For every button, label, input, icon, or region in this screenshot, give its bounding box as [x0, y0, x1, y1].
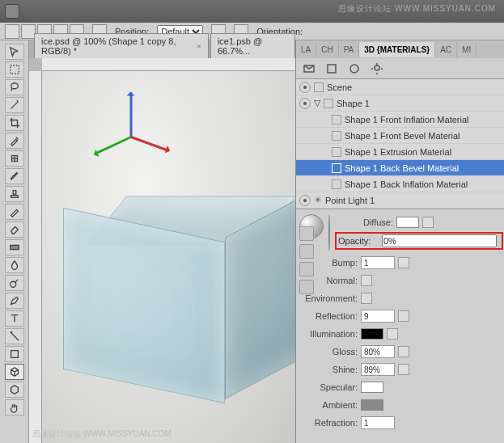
- wand-tool[interactable]: [5, 97, 24, 113]
- ambient-swatch[interactable]: [361, 399, 383, 411]
- 3d-camera-tool[interactable]: [5, 382, 24, 398]
- ice-cube-object[interactable]: [74, 176, 295, 419]
- brush-tool[interactable]: [5, 168, 24, 184]
- move-tool[interactable]: [5, 44, 24, 60]
- texture-menu-icon[interactable]: [361, 293, 372, 304]
- tree-label: Shape 1: [337, 99, 370, 108]
- refraction-input[interactable]: [361, 416, 395, 429]
- filter-scene-icon[interactable]: [301, 61, 317, 76]
- collapsed-panel-icon[interactable]: [299, 280, 314, 294]
- panels-dock: LA CH PA 3D {MATERIALS} AC MI Scene ▽Sha…: [295, 40, 504, 443]
- eraser-tool[interactable]: [5, 222, 24, 238]
- axis-y-icon[interactable]: [94, 136, 132, 155]
- material-icon: [332, 131, 341, 141]
- shine-input[interactable]: [361, 363, 395, 376]
- texture-menu-icon[interactable]: [422, 217, 434, 228]
- prop-label: Refraction:: [299, 418, 358, 428]
- reflection-input[interactable]: [361, 310, 395, 323]
- hand-tool[interactable]: [5, 399, 24, 416]
- opacity-input[interactable]: [382, 234, 497, 247]
- tree-row-material[interactable]: Shape 1 Back Inflation Material: [296, 176, 504, 192]
- panel-tab[interactable]: AC: [435, 42, 457, 57]
- tree-label: Shape 1 Front Inflation Material: [345, 115, 468, 124]
- filter-lights-icon[interactable]: [369, 61, 385, 76]
- material-icon: [332, 179, 341, 189]
- 3d-object-tool[interactable]: [5, 364, 24, 380]
- document-tab[interactable]: ice1.psb @ 66.7%...: [210, 33, 295, 58]
- tree-row-material[interactable]: Shape 1 Front Bevel Material: [296, 128, 504, 144]
- shape-tool[interactable]: [5, 346, 24, 362]
- tab-label: ice.psd @ 100% (Shape 1 copy 8, RGB/8) *: [41, 36, 193, 56]
- panel-tabstrip: LA CH PA 3D {MATERIALS} AC MI: [296, 40, 504, 58]
- svg-rect-5: [11, 351, 18, 358]
- document-tab[interactable]: ice.psd @ 100% (Shape 1 copy 8, RGB/8) *…: [34, 33, 209, 58]
- tree-row-material-selected[interactable]: Shape 1 Back Bevel Material: [296, 160, 504, 176]
- texture-menu-icon[interactable]: [398, 364, 409, 375]
- pen-tool[interactable]: [5, 293, 24, 309]
- scene-icon: [314, 82, 324, 92]
- eyedropper-tool[interactable]: [5, 133, 24, 149]
- panel-tab[interactable]: CH: [316, 42, 338, 57]
- eye-icon[interactable]: [299, 195, 311, 206]
- tree-label: Shape 1 Front Bevel Material: [345, 131, 460, 141]
- svg-point-8: [350, 65, 358, 73]
- diffuse-swatch[interactable]: [396, 217, 419, 228]
- app-icon: [5, 4, 19, 19]
- tree-row-material[interactable]: Shape 1 Extrusion Material: [296, 144, 504, 160]
- prop-label: Ambient:: [299, 400, 358, 410]
- stamp-tool[interactable]: [5, 186, 24, 202]
- tree-row-material[interactable]: Shape 1 Front Inflation Material: [296, 112, 504, 128]
- gradient-tool[interactable]: [5, 239, 24, 255]
- dodge-tool[interactable]: [5, 275, 24, 291]
- texture-menu-icon[interactable]: [361, 275, 372, 286]
- axis-z-icon[interactable]: [130, 93, 133, 137]
- light-icon: ☀: [314, 195, 322, 205]
- document-tabs: ice.psd @ 100% (Shape 1 copy 8, RGB/8) *…: [29, 40, 295, 58]
- tree-label: Shape 1 Back Bevel Material: [345, 163, 459, 173]
- tree-row-shape[interactable]: ▽Shape 1: [296, 95, 504, 112]
- panel-tab[interactable]: MI: [457, 42, 476, 57]
- type-tool[interactable]: [5, 310, 24, 327]
- close-icon[interactable]: ×: [196, 41, 201, 51]
- texture-menu-icon[interactable]: [398, 310, 409, 322]
- tree-row-scene[interactable]: Scene: [296, 79, 504, 95]
- blur-tool[interactable]: [5, 257, 24, 273]
- tree-row-light[interactable]: ☀Point Light 1: [296, 192, 504, 209]
- collapsed-panel-icon[interactable]: [299, 262, 314, 276]
- eye-icon[interactable]: [299, 98, 311, 109]
- path-tool[interactable]: [5, 328, 24, 344]
- lasso-tool[interactable]: [5, 79, 24, 95]
- panel-tab[interactable]: PA: [339, 42, 360, 57]
- material-icon: [332, 147, 341, 157]
- eye-icon[interactable]: [299, 82, 311, 93]
- filter-meshes-icon[interactable]: [324, 61, 340, 76]
- crop-tool[interactable]: [5, 115, 24, 131]
- collapsed-panel-icon[interactable]: [299, 244, 314, 259]
- texture-menu-icon[interactable]: [398, 346, 409, 357]
- panel-tab-3d-materials[interactable]: 3D {MATERIALS}: [359, 42, 435, 57]
- bump-input[interactable]: [361, 256, 395, 269]
- collapsed-panel-icon[interactable]: [299, 226, 314, 241]
- 3d-viewport[interactable]: [42, 71, 295, 443]
- marquee-tool[interactable]: [5, 61, 24, 78]
- filter-materials-icon[interactable]: [346, 61, 362, 76]
- heal-tool[interactable]: [5, 150, 24, 167]
- texture-menu-icon[interactable]: [398, 257, 409, 268]
- prop-label: Specular:: [299, 382, 358, 392]
- prop-label: Opacity:: [338, 236, 379, 246]
- chevron-down-icon[interactable]: ▽: [314, 98, 320, 108]
- prop-label: Diffuse:: [335, 217, 393, 227]
- material-preview-sphere[interactable]: [328, 214, 330, 251]
- 3d-mode-icon[interactable]: [5, 24, 19, 39]
- tools-palette: [0, 40, 29, 443]
- specular-swatch[interactable]: [361, 382, 383, 393]
- material-icon: [332, 115, 341, 124]
- tab-label: ice1.psb @ 66.7%...: [218, 36, 288, 56]
- texture-menu-icon[interactable]: [387, 328, 398, 340]
- gloss-input[interactable]: [361, 345, 395, 358]
- panel-tab[interactable]: LA: [296, 42, 316, 57]
- history-brush-tool[interactable]: [5, 204, 24, 220]
- illumination-swatch[interactable]: [361, 328, 383, 340]
- collapsed-panels: [299, 226, 316, 294]
- axis-x-icon[interactable]: [130, 136, 169, 152]
